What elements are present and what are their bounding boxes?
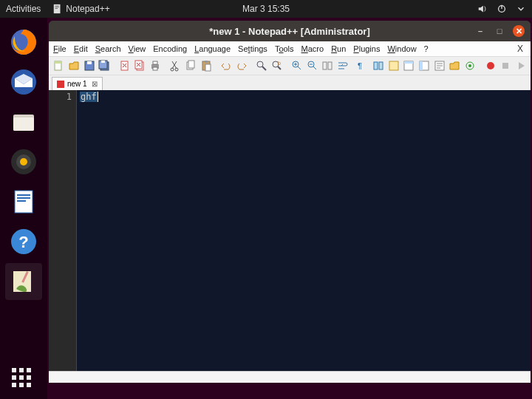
- undo-button[interactable]: [219, 58, 233, 73]
- monitoring-button[interactable]: [463, 58, 477, 73]
- dock-help[interactable]: ?: [5, 223, 42, 260]
- dock: ?: [0, 18, 47, 399]
- svg-point-63: [487, 62, 494, 69]
- stop-macro-button[interactable]: [499, 58, 513, 73]
- svg-rect-24: [87, 61, 92, 64]
- paste-button[interactable]: [199, 58, 213, 73]
- svg-rect-53: [374, 62, 378, 69]
- svg-line-47: [298, 66, 301, 69]
- sync-scroll-button[interactable]: [321, 58, 335, 73]
- line-gutter: 1: [49, 90, 77, 371]
- indent-guide-button[interactable]: [372, 58, 386, 73]
- svg-rect-37: [188, 61, 194, 68]
- print-button[interactable]: [149, 58, 163, 73]
- svg-rect-51: [328, 62, 332, 69]
- svg-rect-59: [420, 61, 423, 70]
- notepadpp-window: *new 1 - Notepad++ [Administrator] – □ ✕…: [49, 21, 531, 383]
- text-content[interactable]: ghf: [77, 90, 531, 371]
- system-topbar: Activities Notepad++ Mar 3 15:35: [0, 0, 532, 18]
- power-icon[interactable]: [497, 4, 507, 14]
- menu-tools[interactable]: Tools: [275, 44, 294, 53]
- menu-settings[interactable]: Settings: [238, 44, 267, 53]
- close-all-button[interactable]: [133, 58, 147, 73]
- volume-icon[interactable]: [477, 4, 488, 14]
- notepadpp-icon: [9, 267, 38, 296]
- dock-thunderbird[interactable]: [5, 64, 42, 100]
- udl-button[interactable]: [386, 58, 400, 73]
- svg-text:?: ?: [18, 233, 28, 251]
- svg-point-12: [20, 158, 27, 166]
- zoom-out-button[interactable]: [305, 58, 319, 73]
- menu-help[interactable]: ?: [424, 44, 429, 53]
- dock-libreoffice-writer[interactable]: [5, 183, 42, 220]
- close-file-button[interactable]: [117, 58, 132, 73]
- clock[interactable]: Mar 3 15:35: [242, 4, 290, 14]
- svg-rect-57: [404, 61, 413, 64]
- folder-icon: [9, 107, 38, 137]
- svg-rect-9: [13, 117, 34, 131]
- notepad-icon: [52, 4, 63, 14]
- svg-point-41: [257, 61, 263, 67]
- replace-button[interactable]: b: [270, 58, 284, 73]
- copy-button[interactable]: [184, 58, 198, 73]
- menu-plugins[interactable]: Plugins: [353, 44, 380, 53]
- dock-firefox[interactable]: [5, 24, 42, 61]
- menu-run[interactable]: Run: [331, 44, 346, 53]
- doc-list-button[interactable]: [417, 58, 432, 73]
- function-list-button[interactable]: [432, 58, 446, 73]
- save-button[interactable]: [82, 58, 96, 73]
- show-applications[interactable]: [12, 368, 35, 392]
- menu-edit[interactable]: Edit: [74, 44, 88, 53]
- dock-files[interactable]: [5, 103, 42, 140]
- svg-rect-39: [205, 61, 208, 63]
- file-tab[interactable]: new 1 ⊠: [52, 77, 103, 90]
- show-all-chars-button[interactable]: ¶: [356, 58, 370, 73]
- find-button[interactable]: [255, 58, 269, 73]
- new-file-button[interactable]: [52, 58, 66, 73]
- record-macro-button[interactable]: [483, 58, 497, 73]
- play-macro-button[interactable]: [514, 58, 528, 73]
- save-all-button[interactable]: [98, 58, 112, 73]
- statusbar: [49, 371, 531, 383]
- wordwrap-button[interactable]: [336, 58, 350, 73]
- svg-text:¶: ¶: [358, 61, 362, 70]
- activities-button[interactable]: Activities: [6, 4, 41, 14]
- menu-search[interactable]: Search: [95, 44, 121, 53]
- mdi-close-icon[interactable]: X: [517, 44, 526, 54]
- chevron-down-icon[interactable]: [516, 4, 526, 14]
- dock-notepadpp[interactable]: [5, 263, 42, 300]
- dock-rhythmbox[interactable]: [5, 143, 42, 180]
- minimize-button[interactable]: –: [474, 25, 486, 37]
- menu-language[interactable]: Language: [194, 44, 231, 53]
- close-button[interactable]: ✕: [513, 25, 525, 37]
- menu-window[interactable]: Window: [387, 44, 416, 53]
- svg-rect-64: [502, 63, 508, 69]
- svg-rect-55: [389, 61, 398, 70]
- menu-encoding[interactable]: Encoding: [153, 44, 187, 53]
- tab-label: new 1: [67, 80, 87, 88]
- unsaved-indicator-icon: [57, 81, 64, 88]
- cut-button[interactable]: [168, 58, 183, 73]
- menu-view[interactable]: View: [129, 44, 146, 53]
- maximize-button[interactable]: □: [494, 25, 505, 37]
- client-area: File Edit Search View Encoding Language …: [49, 41, 531, 383]
- svg-rect-2: [55, 7, 59, 7]
- titlebar[interactable]: *new 1 - Notepad++ [Administrator] – □ ✕: [49, 21, 531, 41]
- svg-rect-27: [101, 61, 105, 63]
- svg-rect-16: [17, 200, 26, 202]
- menu-file[interactable]: File: [53, 44, 66, 53]
- redo-button[interactable]: [234, 58, 248, 73]
- svg-rect-32: [153, 61, 157, 64]
- toolbar: b ¶: [49, 56, 531, 75]
- svg-rect-15: [17, 197, 30, 199]
- doc-map-button[interactable]: [402, 58, 416, 73]
- svg-rect-54: [379, 62, 383, 69]
- app-indicator[interactable]: Notepad++: [52, 4, 109, 14]
- editor: 1 ghf: [49, 90, 531, 371]
- folder-workspace-button[interactable]: [448, 58, 462, 73]
- open-file-button[interactable]: [67, 58, 81, 73]
- tab-close-icon[interactable]: ⊠: [92, 80, 98, 88]
- svg-rect-50: [323, 62, 327, 69]
- zoom-in-button[interactable]: [290, 58, 304, 73]
- menu-macro[interactable]: Macro: [301, 44, 324, 53]
